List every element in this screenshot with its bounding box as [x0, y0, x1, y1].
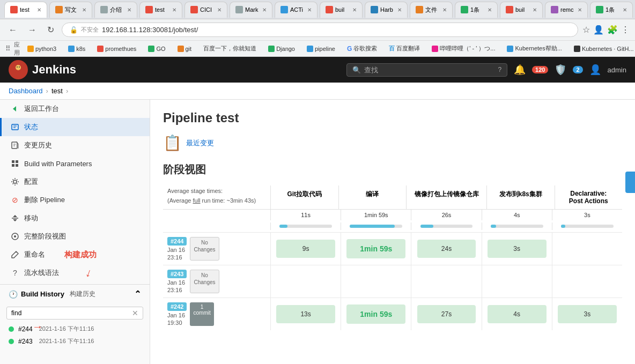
avg-time-spacer: [163, 210, 270, 220]
tab-1tiao2[interactable]: 1条 ✕: [590, 2, 633, 18]
stage-cell-244-post: [552, 233, 622, 265]
bookmark-go[interactable]: GO: [144, 44, 169, 54]
apps-icon[interactable]: ⠿: [5, 44, 11, 53]
search-clear-icon[interactable]: ✕: [132, 309, 138, 317]
profile-icon[interactable]: 👤: [593, 25, 604, 35]
forward-button[interactable]: →: [25, 23, 40, 37]
tab-write[interactable]: 写文 ✕: [49, 2, 92, 18]
tab-buil[interactable]: buil ✕: [320, 2, 363, 18]
bookmark-k8s-github[interactable]: Kubernetes · GitH...: [570, 44, 635, 54]
close-icon[interactable]: ✕: [578, 7, 582, 13]
build-item-243[interactable]: #243 2021-1-16 下午11:16: [0, 335, 150, 347]
tab-buil2[interactable]: buil ✕: [500, 2, 543, 18]
extensions-icon[interactable]: 🧩: [607, 25, 618, 35]
recent-changes-link[interactable]: 最近变更: [186, 138, 214, 148]
build-search-input[interactable]: [11, 309, 130, 317]
bookmark-django[interactable]: Django: [264, 44, 299, 54]
close-icon[interactable]: ✕: [37, 7, 41, 13]
tab-favicon: [235, 6, 243, 13]
bookmark-google[interactable]: G谷歌搜索: [343, 43, 381, 54]
close-icon[interactable]: ✕: [262, 7, 267, 13]
stage-cell-inner-244-docker[interactable]: 24s: [417, 240, 476, 258]
bookmark-k8s[interactable]: k8s: [64, 44, 90, 54]
sidebar-item-status[interactable]: 状态: [0, 118, 150, 136]
tab-mark[interactable]: Mark ✕: [230, 2, 272, 18]
build-status-dot-243: [9, 339, 14, 344]
tab-remc[interactable]: remc ✕: [545, 2, 588, 18]
close-icon[interactable]: ✕: [217, 7, 221, 13]
breadcrumb-home-link[interactable]: Dashboard: [9, 87, 43, 95]
sidebar-item-changes[interactable]: 变更历史: [0, 136, 150, 154]
bookmark-pipeline[interactable]: pipeline: [302, 44, 339, 54]
reload-button[interactable]: ↻: [44, 23, 57, 37]
stage-cell-inner-244-git[interactable]: 9s: [276, 240, 335, 258]
back-button[interactable]: ←: [5, 23, 20, 37]
notification-bell-icon[interactable]: 🔔: [514, 64, 526, 76]
stage-cell-242-post: 3s: [552, 298, 622, 330]
sidebar-item-rename[interactable]: 重命名: [0, 246, 150, 264]
tab-1tiao[interactable]: 1条 ✕: [455, 2, 498, 18]
close-icon[interactable]: ✕: [397, 7, 402, 13]
build-badge-244[interactable]: #244: [167, 237, 187, 246]
user-icon[interactable]: 👤: [589, 64, 601, 76]
stage-cell-empty-243-git: [276, 276, 335, 287]
build-history-label: Build History: [21, 290, 64, 298]
bookmark-baidu-fanyi[interactable]: 百百度翻译: [385, 43, 424, 54]
tab-cici[interactable]: CICI ✕: [184, 2, 227, 18]
tab-files[interactable]: 文件 ✕: [410, 2, 453, 18]
tab-test2[interactable]: test ✕: [139, 2, 182, 18]
bookmark-promethues[interactable]: promethues: [93, 44, 141, 54]
close-icon[interactable]: ✕: [488, 7, 492, 13]
help-icon[interactable]: ?: [498, 66, 501, 73]
sidebar-item-config[interactable]: 配置: [0, 173, 150, 191]
build-history-toggle[interactable]: ⌃: [134, 289, 141, 299]
build-item-244[interactable]: #244 2021-1-16 下午11:16: [0, 323, 150, 335]
stage-cell-inner-244-k8s[interactable]: 3s: [488, 240, 547, 258]
menu-icon[interactable]: ⋮: [621, 25, 630, 35]
stage-cell-inner-242-post[interactable]: 3s: [558, 305, 617, 323]
build-badge-242[interactable]: #242: [167, 302, 187, 311]
build-search-box[interactable]: ✕: [6, 307, 143, 320]
sidebar-item-build-params[interactable]: Build with Parameters: [0, 154, 150, 173]
close-icon[interactable]: ✕: [307, 7, 312, 13]
bookmark-python3[interactable]: python3: [23, 44, 61, 54]
sidebar-item-back[interactable]: 返回工作台: [0, 100, 150, 118]
close-icon[interactable]: ✕: [82, 7, 86, 13]
tab-test-active[interactable]: test ✕: [4, 2, 47, 18]
bookmark-k8s-help[interactable]: Kubernetes帮助...: [503, 43, 566, 54]
close-icon[interactable]: ✕: [127, 7, 131, 13]
stage-col-docker: 镜像打包上传镜像仓库: [406, 185, 486, 209]
sidebar-item-delete[interactable]: ⊘ 删除 Pipeline: [0, 191, 150, 209]
stage-cell-inner-242-compile[interactable]: 1min 59s: [346, 304, 405, 324]
close-icon[interactable]: ✕: [442, 7, 447, 13]
bookmark-star-icon[interactable]: ☆: [582, 25, 590, 35]
close-icon[interactable]: ✕: [623, 7, 627, 13]
sidebar-item-move[interactable]: 移动: [0, 209, 150, 227]
stage-cell-inner-242-git[interactable]: 13s: [276, 305, 335, 323]
username-label[interactable]: admin: [608, 66, 626, 74]
search-input[interactable]: [364, 66, 494, 74]
tab-acti[interactable]: ACTi ✕: [275, 2, 318, 18]
stage-cell-inner-244-compile[interactable]: 1min 59s: [346, 239, 405, 258]
stage-cell-inner-242-k8s[interactable]: 4s: [488, 305, 547, 323]
address-bar[interactable]: 🔓 不安全 192.168.11.128:30081/job/test/: [62, 23, 578, 37]
sidebar-item-full-stage[interactable]: 完整阶段视图: [0, 227, 150, 246]
tab-intro[interactable]: 介绍 ✕: [94, 2, 137, 18]
security-alert-icon[interactable]: 🛡️: [555, 64, 566, 76]
close-icon[interactable]: ✕: [533, 7, 537, 13]
close-icon[interactable]: ✕: [172, 7, 176, 13]
jenkins-search-box[interactable]: 🔍 ?: [346, 63, 507, 77]
close-icon[interactable]: ✕: [352, 7, 357, 13]
bookmark-git[interactable]: git: [173, 44, 196, 54]
side-panel-toggle[interactable]: [625, 172, 635, 193]
security-icon: 🔓: [70, 26, 78, 34]
bookmark-bilibili[interactable]: 哔哩哔哩（' - ' ）つ...: [427, 43, 499, 54]
tab-harb[interactable]: Harb ✕: [365, 2, 408, 18]
jenkins-logo[interactable]: Jenkins: [9, 60, 76, 79]
sidebar-item-pipeline-syntax[interactable]: ? 流水线语法: [0, 264, 150, 282]
stage-cell-inner-242-docker[interactable]: 27s: [417, 305, 476, 323]
stage-cell-242-git: 13s: [270, 298, 341, 330]
tab-label: remc: [560, 6, 575, 13]
bookmark-baidu[interactable]: 百度一下，你就知道: [199, 43, 261, 54]
build-badge-243[interactable]: #243: [167, 270, 187, 278]
